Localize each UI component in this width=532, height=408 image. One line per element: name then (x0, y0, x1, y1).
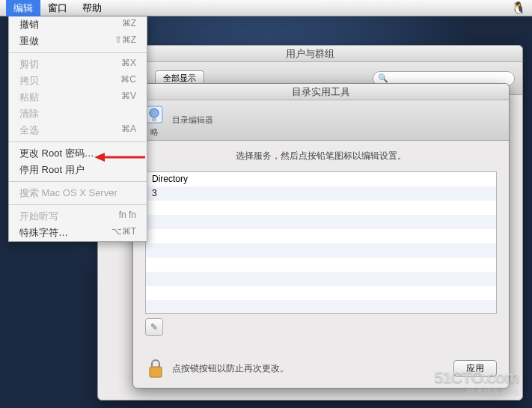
dir-window-title: 目录实用工具 (133, 84, 509, 100)
menubar-edit[interactable]: 编辑 (6, 0, 40, 16)
svg-point-1 (150, 109, 159, 118)
directory-utility-window: 目录实用工具 略 目录编辑器 选择服务，然后点按铅笔图标以编辑设置。 Direc… (132, 83, 510, 389)
menu-special-chars[interactable]: 特殊字符…⌥⌘T (9, 225, 147, 241)
list-item (146, 300, 496, 314)
svg-rect-2 (152, 118, 156, 121)
instruction-text: 选择服务，然后点按铅笔图标以编辑设置。 (145, 150, 497, 162)
menu-copy: 拷贝⌘C (9, 73, 147, 89)
svg-rect-3 (150, 367, 162, 377)
list-item (146, 286, 496, 300)
users-window-title: 用户与群组 (98, 46, 522, 62)
toolbar-item-dir-editor[interactable]: 目录编辑器 (172, 115, 213, 126)
search-icon: 🔍 (378, 73, 388, 83)
system-menubar: 编辑 窗口 帮助 🐧 (0, 0, 532, 16)
services-listbox[interactable]: Directory 3 (145, 171, 497, 314)
menu-cut: 剪切⌘X (9, 56, 147, 73)
watermark: 51CTO.com (434, 368, 519, 387)
list-item (146, 229, 496, 243)
menu-start-dictation: 开始听写fn fn (9, 208, 147, 225)
menu-clear: 清除 (9, 106, 147, 122)
edit-pencil-button[interactable]: ✎ (145, 318, 163, 336)
pencil-icon: ✎ (150, 322, 158, 332)
menubar-help[interactable]: 帮助 (75, 0, 109, 16)
menu-search-server: 搜索 Mac OS X Server (9, 185, 147, 201)
list-item (146, 243, 496, 258)
menubar-window[interactable]: 窗口 (40, 0, 75, 16)
list-item (146, 272, 496, 286)
lock-icon[interactable] (145, 356, 166, 380)
menu-separator (9, 181, 147, 182)
dir-toolbar: 略 目录编辑器 (133, 100, 509, 141)
list-item (146, 258, 496, 272)
menu-separator (9, 52, 147, 53)
lock-text: 点按锁按钮以防止再次更改。 (172, 362, 289, 375)
menu-redo[interactable]: 重做⇧⌘Z (9, 33, 147, 49)
svg-marker-5 (94, 153, 105, 162)
list-item[interactable]: 3 (146, 186, 496, 201)
menu-disable-root-user[interactable]: 停用 Root 用户 (9, 162, 147, 178)
menu-separator (9, 204, 147, 205)
list-item (146, 215, 496, 229)
edit-dropdown-menu: 撤销⌘Z 重做⇧⌘Z 剪切⌘X 拷贝⌘C 粘贴⌘V 清除 全选⌘A 更改 Roo… (8, 16, 147, 242)
watermark-sub: 技术博客 Blog (467, 386, 519, 398)
list-item (146, 201, 496, 215)
annotation-arrow-icon (94, 152, 147, 162)
list-item[interactable]: Directory (146, 172, 496, 186)
menu-select-all: 全选⌘A (9, 122, 147, 138)
menu-undo[interactable]: 撤销⌘Z (9, 16, 147, 33)
qq-penguin-icon[interactable]: 🐧 (511, 1, 526, 15)
menu-separator (9, 141, 147, 142)
menu-paste: 粘贴⌘V (9, 89, 147, 106)
